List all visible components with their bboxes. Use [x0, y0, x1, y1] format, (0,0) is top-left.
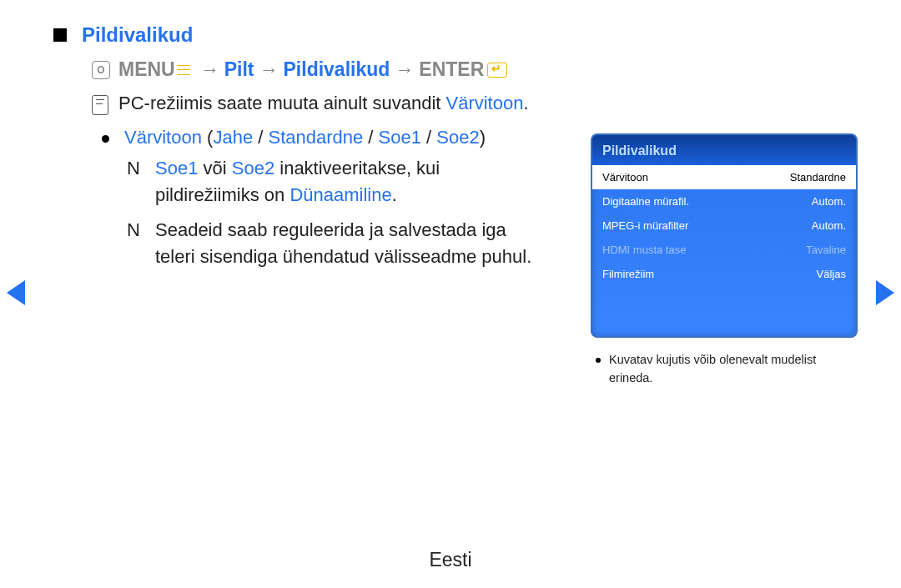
note-icon — [92, 95, 108, 115]
prev-page-button[interactable] — [7, 280, 25, 305]
panel-row[interactable]: Digitaalne mürafil.Autom. — [592, 189, 856, 214]
panel-row-value: Autom. — [812, 195, 846, 208]
enter-icon — [487, 63, 507, 78]
subnote-2: Seadeid saab reguleerida ja salvestada i… — [155, 217, 544, 270]
panel-row-value: Standardne — [790, 171, 846, 183]
path-enter: ENTER — [419, 58, 484, 81]
next-page-button[interactable] — [876, 280, 894, 305]
n-marker-icon: N — [127, 217, 142, 244]
subnote-1: Soe1 või Soe2 inaktiveeritakse, kui pild… — [155, 155, 544, 209]
panel-row-label: Filmirežiim — [602, 268, 654, 280]
page-title: Pildivalikud — [82, 23, 193, 47]
panel-title: Pildivalikud — [592, 135, 856, 165]
bullet-icon — [102, 135, 109, 143]
panel-footnote: Kuvatav kujutis võib olenevalt mudelist … — [591, 351, 858, 388]
panel-row-label: Digitaalne mürafil. — [602, 195, 689, 208]
language-label: Eesti — [0, 549, 901, 571]
menu-bars-icon — [177, 65, 190, 75]
path-seg1: Pilt — [224, 58, 254, 81]
panel-row-value: Tavaline — [806, 244, 846, 256]
panel-row[interactable]: VärvitoonStandardne — [592, 165, 856, 189]
arrow-icon: → — [259, 58, 279, 81]
panel-row-value: Autom. — [812, 219, 846, 232]
settings-panel: Pildivalikud VärvitoonStandardneDigitaal… — [591, 133, 858, 338]
panel-row[interactable]: FilmirežiimVäljas — [592, 262, 856, 286]
path-seg2: Pildivalikud — [284, 58, 390, 81]
panel-row[interactable]: MPEG-i mürafilterAutom. — [592, 214, 856, 238]
path-menu: MENU — [118, 58, 175, 81]
panel-row[interactable]: HDMI musta taseTavaline — [592, 238, 856, 262]
osd-box-icon: O — [92, 61, 110, 79]
arrow-icon: → — [200, 58, 219, 81]
panel-row-label: HDMI musta tase — [602, 244, 686, 256]
panel-row-label: MPEG-i mürafilter — [602, 219, 688, 232]
panel-row-value: Väljas — [817, 268, 846, 280]
panel-row-label: Värvitoon — [602, 171, 648, 183]
note-text: PC-režiimis saate muuta ainult suvandit … — [118, 93, 529, 114]
breadcrumb: O MENU → Pilt → Pildivalikud → ENTER — [92, 58, 851, 81]
bullet-icon — [596, 358, 601, 363]
n-marker-icon: N — [127, 155, 142, 182]
square-bullet-icon — [53, 28, 67, 42]
option-line: Värvitoon (Jahe / Standardne / Soe1 / So… — [124, 127, 486, 148]
arrow-icon: → — [395, 58, 414, 81]
